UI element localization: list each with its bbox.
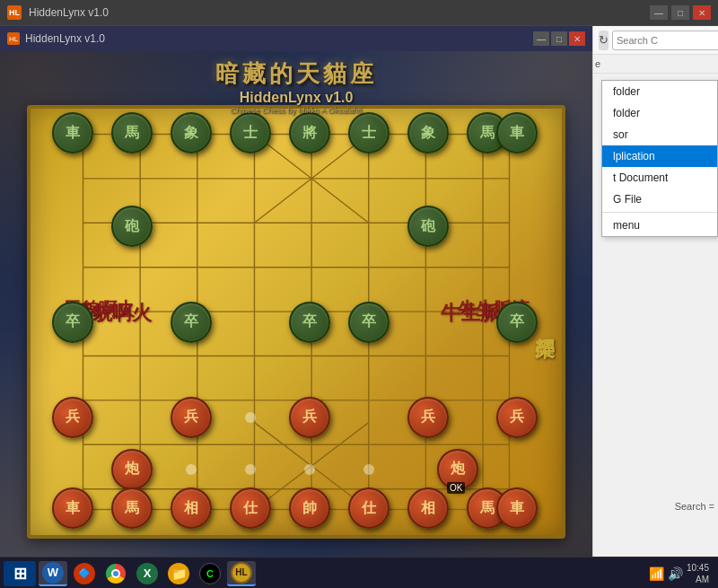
context-divider: [602, 212, 717, 213]
game-title-text: HiddenLynx v1.0: [25, 32, 528, 45]
context-item-sor[interactable]: sor: [602, 124, 717, 145]
search-input[interactable]: [612, 31, 718, 50]
taskbar-clock: 10:45 AM: [687, 562, 709, 585]
board-container: 暗藏的天貓座 HiddenLynx v1.0 Chinese Chess by …: [0, 51, 592, 557]
taskbar-files[interactable]: 📁: [164, 561, 193, 586]
maximize-button[interactable]: □: [671, 5, 689, 20]
refresh-icon[interactable]: ↻: [599, 31, 609, 50]
context-item-folder-2[interactable]: folder: [602, 102, 717, 124]
taskbar-word[interactable]: W: [39, 561, 67, 586]
panel-search-bar: ↻: [593, 26, 718, 55]
game-header: 暗藏的天貓座 HiddenLynx v1.0 Chinese Chess by …: [215, 58, 377, 115]
right-panel: ↻ e folder folder sor lplication t Docum…: [592, 26, 718, 557]
main-area: HL HiddenLynx v1.0 — □ ✕ 暗藏的天貓座 HiddenLy…: [0, 26, 718, 557]
taskbar-chrome[interactable]: [101, 561, 130, 586]
window-controls: — □ ✕: [650, 5, 711, 20]
english-title: HiddenLynx v1.0: [215, 90, 377, 106]
minimize-button[interactable]: —: [650, 5, 668, 20]
context-menu: folder folder sor lplication t Document …: [601, 80, 718, 237]
taskbar-game[interactable]: HL: [227, 561, 256, 586]
context-item-menu[interactable]: menu: [602, 215, 717, 236]
start-button[interactable]: ⊞: [4, 561, 36, 586]
title-bar-text: HiddenLynx v1.0: [29, 6, 643, 19]
tray-volume-icon[interactable]: 🔊: [668, 566, 683, 581]
panel-text-1: e: [593, 55, 718, 74]
chinese-title: 暗藏的天貓座: [215, 58, 377, 90]
context-item-document[interactable]: t Document: [602, 167, 717, 189]
chess-board[interactable]: 炁貌啊火 牛生脈流 ..... 榮耀 炁貌啊火牛生脈流: [27, 105, 565, 539]
game-app-icon: HL: [7, 32, 20, 45]
browser-chrome: HL HiddenLynx v1.0 — □ ✕: [0, 0, 718, 26]
title-bar: HL HiddenLynx v1.0 — □ ✕: [0, 0, 718, 25]
game-title-bar: HL HiddenLynx v1.0 — □ ✕: [0, 26, 592, 51]
game-win-controls: — □ ✕: [533, 31, 585, 46]
context-item-gfile[interactable]: G File: [602, 189, 717, 210]
taskbar-terminal[interactable]: C: [196, 561, 224, 586]
game-window: HL HiddenLynx v1.0 — □ ✕ 暗藏的天貓座 HiddenLy…: [0, 26, 592, 557]
search-equals-label: Search =: [675, 501, 714, 512]
taskbar: ⊞ W 🔷 X 📁 C: [0, 557, 718, 588]
app-icon: HL: [7, 5, 22, 20]
tray-area: 📶 🔊 10:45 AM: [649, 562, 714, 585]
context-item-folder-1[interactable]: folder: [602, 81, 717, 102]
taskbar-app-2[interactable]: 🔷: [70, 561, 99, 586]
game-minimize-button[interactable]: —: [533, 31, 549, 46]
close-button[interactable]: ✕: [693, 5, 711, 20]
context-item-application[interactable]: lplication: [602, 145, 717, 167]
game-subtitle: Chinese Chess by Mikko A Oksalahti: [215, 106, 377, 115]
taskbar-excel[interactable]: X: [133, 561, 162, 586]
tray-network-icon[interactable]: 📶: [649, 566, 664, 581]
game-maximize-button[interactable]: □: [551, 31, 567, 46]
game-close-button[interactable]: ✕: [569, 31, 585, 46]
